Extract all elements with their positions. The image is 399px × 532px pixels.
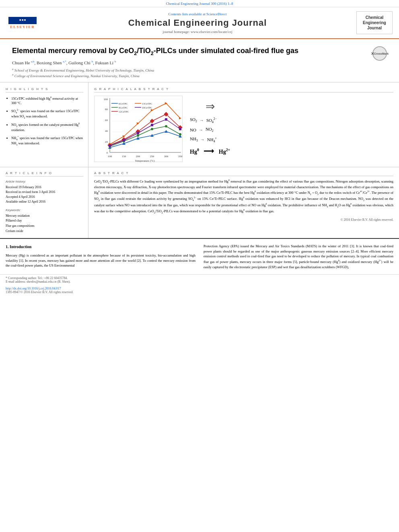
email-note: E-mail address: shenbx@nankai.edu.cn (B.… bbox=[6, 280, 393, 283]
highlights-header: H I G H L I G H T S bbox=[6, 87, 83, 92]
journal-right-box: ChemicalEngineeringJournal bbox=[356, 11, 393, 34]
graphical-abstract-column: G R A P H I C A L A B S T R A C T Hg⁰ ox… bbox=[88, 82, 399, 167]
svg-text:20: 20 bbox=[105, 140, 108, 144]
doi-line2: 1385-8947/© 2016 Elsevier B.V. All right… bbox=[6, 290, 393, 294]
svg-rect-45 bbox=[109, 144, 111, 147]
svg-text:18CeTPC: 18CeTPC bbox=[142, 106, 152, 109]
history-online: Available online 12 April 2016 bbox=[6, 199, 83, 204]
highlight-item: SO42− species was found on the surface 1… bbox=[11, 108, 83, 119]
authors-line: Chuan He a,b, Boxiong Shen a,*, Guilong … bbox=[12, 60, 387, 65]
keyword-mercury: Mercury oxidation bbox=[6, 214, 83, 219]
affiliation-a: a School of Energy & Environmental Engin… bbox=[12, 68, 387, 72]
keywords-label: Keywords: bbox=[6, 208, 83, 212]
big-arrow-icon: ⇒ bbox=[206, 100, 215, 113]
section-1-title: 1. Introduction bbox=[6, 244, 195, 250]
doi-line1[interactable]: http://dx.doi.org/10.1016/j.cej.2016.04.… bbox=[6, 287, 393, 290]
svg-text:350: 350 bbox=[178, 155, 183, 158]
keyword-flue: Flue gas compositions bbox=[6, 224, 83, 229]
body-two-col: 1. Introduction Mercury (Hg) is consider… bbox=[6, 244, 393, 270]
svg-rect-36 bbox=[150, 119, 154, 123]
article-info-header: A R T I C L E I N F O bbox=[6, 171, 83, 177]
svg-text:6CeTPC: 6CeTPC bbox=[119, 102, 128, 105]
reaction-nh3: NH3 → NH4+ bbox=[190, 136, 230, 143]
svg-text:80: 80 bbox=[105, 108, 108, 111]
logo-box: ■ ■ ■ bbox=[8, 17, 37, 24]
article-history-label: Article history: bbox=[6, 180, 83, 183]
abstract-header: A B S T R A C T bbox=[94, 171, 393, 176]
svg-marker-42 bbox=[151, 109, 153, 111]
abstract-text: CeO2/TiO2-PILCs with different Ce loadin… bbox=[94, 179, 393, 215]
svg-rect-47 bbox=[137, 132, 139, 134]
highlights-column: H I G H L I G H T S 15CeTPC exhibited hi… bbox=[0, 82, 88, 167]
article-title-section: Elemental mercury removal by CeO2/TiO2-P… bbox=[0, 39, 399, 82]
affiliations: a School of Energy & Environmental Engin… bbox=[12, 68, 387, 78]
reactions-panel: ⇒ SO2 → SO42− NO → NO2 NH3 → bbox=[187, 96, 233, 160]
affiliation-b: b College of Environmental Science and E… bbox=[12, 73, 387, 78]
svg-text:15CeTPC: 15CeTPC bbox=[142, 102, 152, 105]
highlights-graphical-row: H I G H L I G H T S 15CeTPC exhibited hi… bbox=[0, 82, 399, 167]
footnote-area: * Corresponding author. Tel.: +86 22 604… bbox=[0, 274, 399, 285]
hg-reaction-line: Hg0 ⟶ Hg2+ bbox=[190, 147, 230, 156]
crossmark-icon[interactable]: ✕CrossMark bbox=[372, 46, 387, 61]
keyword-cerium: Cerium oxide bbox=[6, 229, 83, 234]
journal-reference: Chemical Engineering Journal 300 (2016) … bbox=[0, 0, 399, 7]
keyword-clay: Pillared clay bbox=[6, 218, 83, 224]
intro-paragraph-cont: Protection Agency (EPA) issued the Mercu… bbox=[204, 244, 393, 270]
svg-rect-46 bbox=[123, 139, 125, 142]
elsevier-label: ELSEVIER bbox=[10, 25, 35, 29]
sciencedirect-link[interactable]: Contents lists available at ScienceDirec… bbox=[43, 12, 352, 16]
svg-text:200: 200 bbox=[136, 155, 140, 158]
history-received: Received 19 February 2016 bbox=[6, 185, 83, 190]
copyright-line: © 2016 Elsevier B.V. All rights reserved… bbox=[94, 218, 393, 222]
efficiency-chart: Hg⁰ oxidation efficiency (%) 0 20 40 60 … bbox=[94, 96, 183, 162]
reactions-list: SO2 → SO42− NO → NO2 NH3 → NH4+ bbox=[190, 117, 230, 156]
crossmark-badge[interactable]: ✕CrossMark bbox=[372, 46, 387, 61]
svg-text:0: 0 bbox=[107, 151, 108, 154]
journal-title: Chemical Engineering Journal bbox=[43, 18, 352, 28]
reaction-no: NO → NO2 bbox=[190, 127, 230, 133]
highlight-item: NO2 species formed on the catalyst promo… bbox=[11, 122, 83, 133]
abstract-column: A B S T R A C T CeO2/TiO2-PILCs with dif… bbox=[88, 167, 399, 238]
article-info-abstract-row: A R T I C L E I N F O Article history: R… bbox=[0, 167, 399, 238]
svg-point-32 bbox=[179, 133, 181, 136]
body-section: 1. Introduction Mercury (Hg) is consider… bbox=[0, 238, 399, 275]
history-revised: Received in revised form 3 April 2016 bbox=[6, 190, 83, 195]
corresponding-author-note: * Corresponding author. Tel.: +86 22 604… bbox=[6, 276, 393, 280]
svg-marker-44 bbox=[179, 117, 181, 119]
svg-text:100: 100 bbox=[108, 155, 112, 158]
svg-point-29 bbox=[137, 134, 139, 137]
svg-text:250: 250 bbox=[150, 155, 154, 158]
history-accepted: Accepted 4 April 2016 bbox=[6, 195, 83, 199]
journal-homepage: journal homepage: www.elsevier.com/locat… bbox=[43, 30, 352, 34]
body-right-col: Protection Agency (EPA) issued the Mercu… bbox=[204, 244, 393, 270]
svg-text:150: 150 bbox=[122, 155, 126, 158]
article-title: Elemental mercury removal by CeO2/TiO2-P… bbox=[12, 46, 342, 57]
svg-text:100: 100 bbox=[104, 98, 108, 101]
svg-text:60: 60 bbox=[105, 119, 108, 122]
highlights-list: 15CeTPC exhibited high Hg0 removal activ… bbox=[6, 96, 83, 146]
svg-point-31 bbox=[165, 125, 167, 127]
svg-rect-49 bbox=[165, 118, 167, 121]
svg-text:300: 300 bbox=[164, 155, 169, 158]
chart-svg: Hg⁰ oxidation efficiency (%) 0 20 40 60 … bbox=[95, 96, 183, 162]
body-left-col: 1. Introduction Mercury (Hg) is consider… bbox=[6, 244, 195, 270]
svg-text:9CeTPC: 9CeTPC bbox=[119, 106, 128, 109]
svg-marker-25 bbox=[165, 130, 168, 133]
elsevier-logo: ■ ■ ■ ELSEVIER bbox=[6, 17, 39, 29]
svg-rect-48 bbox=[151, 124, 153, 126]
intro-paragraph: Mercury (Hg) is considered as an importa… bbox=[6, 253, 195, 268]
highlight-item: 15CeTPC exhibited high Hg0 removal activ… bbox=[11, 96, 83, 106]
svg-text:40: 40 bbox=[105, 129, 108, 133]
graphical-abstract-content: Hg⁰ oxidation efficiency (%) 0 20 40 60 … bbox=[94, 96, 393, 162]
svg-point-30 bbox=[151, 128, 153, 130]
article-info-column: A R T I C L E I N F O Article history: R… bbox=[0, 167, 88, 238]
svg-text:Temperature (°C): Temperature (°C) bbox=[135, 159, 155, 162]
highlight-item: NH4+ species was found the surface 15CeT… bbox=[11, 135, 83, 146]
reaction-so2: SO2 → SO42− bbox=[190, 117, 230, 124]
header-center: Contents lists available at ScienceDirec… bbox=[43, 12, 352, 34]
svg-rect-50 bbox=[179, 128, 181, 130]
doi-footer: http://dx.doi.org/10.1016/j.cej.2016.04.… bbox=[0, 285, 399, 295]
svg-text:12CeTPC: 12CeTPC bbox=[119, 110, 129, 113]
journal-header: ■ ■ ■ ELSEVIER Contents lists available … bbox=[0, 7, 399, 39]
graphical-abstract-header: G R A P H I C A L A B S T R A C T bbox=[94, 87, 393, 92]
